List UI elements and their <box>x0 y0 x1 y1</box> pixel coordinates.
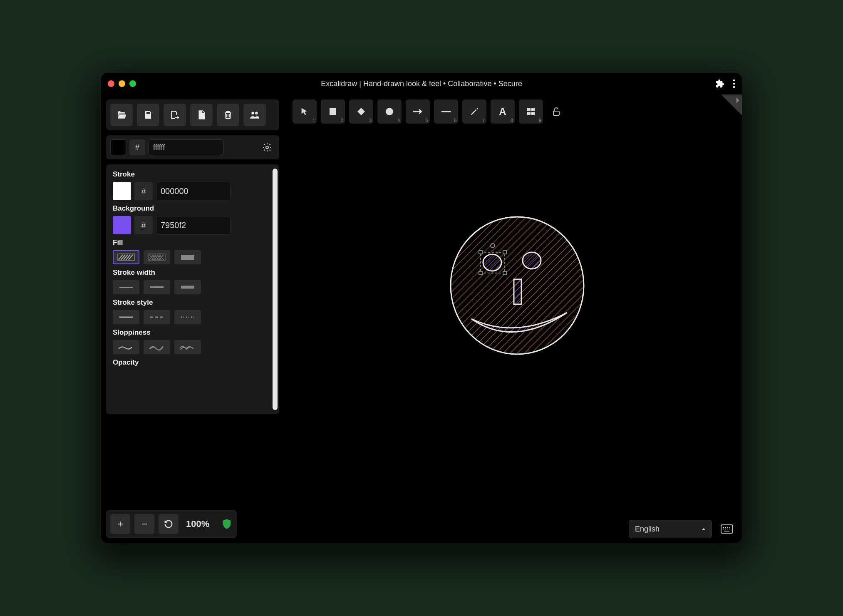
stroke-width-medium-option[interactable] <box>144 280 170 294</box>
background-label: Background <box>113 204 273 213</box>
properties-scrollbar[interactable] <box>273 169 278 410</box>
stroke-style-label: Stroke style <box>113 298 273 307</box>
zoom-reset-button[interactable] <box>159 514 179 534</box>
left-panel: # Stroke # Background # <box>101 94 284 543</box>
export-button[interactable] <box>190 104 213 126</box>
clear-canvas-button[interactable] <box>217 104 239 126</box>
fill-solid-option[interactable] <box>174 250 201 264</box>
svg-rect-37 <box>721 525 733 533</box>
element-properties-panel: Stroke # Background # Fill <box>106 164 279 414</box>
fill-hachure-option[interactable] <box>113 250 139 264</box>
stroke-width-thin-option[interactable] <box>113 280 139 294</box>
app-body: # Stroke # Background # <box>101 94 742 543</box>
page-title: Excalidraw | Hand-drawn look & feel • Co… <box>321 79 522 88</box>
hash-label: # <box>134 182 153 200</box>
svg-rect-8 <box>181 255 194 260</box>
collaborate-button[interactable] <box>243 104 266 126</box>
hash-label: # <box>129 139 145 155</box>
background-hex-input[interactable] <box>156 216 231 234</box>
save-button[interactable] <box>137 104 159 126</box>
stroke-style-dotted-option[interactable] <box>174 310 201 324</box>
sloppiness-architect-option[interactable] <box>113 340 139 354</box>
svg-rect-35 <box>503 271 506 275</box>
stroke-width-thick-option[interactable] <box>174 280 201 294</box>
open-button[interactable] <box>110 104 133 126</box>
sloppiness-cartoonist-option[interactable] <box>174 340 201 354</box>
stroke-style-solid-option[interactable] <box>113 310 139 324</box>
settings-button[interactable] <box>259 139 275 155</box>
canvas-bg-hex-input[interactable] <box>149 139 223 155</box>
svg-point-3 <box>251 112 254 114</box>
svg-point-5 <box>266 146 268 149</box>
svg-rect-34 <box>479 271 482 275</box>
stroke-hex-input[interactable] <box>156 182 231 200</box>
svg-point-29 <box>523 252 541 269</box>
drawing-canvas[interactable] <box>284 94 742 543</box>
svg-rect-32 <box>479 251 482 254</box>
language-select[interactable]: English <box>629 520 712 538</box>
svg-point-2 <box>733 86 735 88</box>
zoom-in-button[interactable]: + <box>110 514 130 534</box>
opacity-label: Opacity <box>113 358 273 367</box>
zoom-controls: + − 100% <box>106 510 237 538</box>
sloppiness-artist-option[interactable] <box>144 340 170 354</box>
save-as-button[interactable] <box>164 104 186 126</box>
window-controls <box>108 80 136 87</box>
svg-point-28 <box>483 254 501 271</box>
svg-point-0 <box>733 79 735 81</box>
stroke-width-label: Stroke width <box>113 268 273 277</box>
svg-rect-30 <box>514 279 521 304</box>
stroke-label: Stroke <box>113 170 273 179</box>
stroke-style-dashed-option[interactable] <box>144 310 170 324</box>
canvas-background-row: # <box>106 135 279 159</box>
stroke-color-swatch[interactable] <box>113 182 131 200</box>
maximize-window-button[interactable] <box>129 80 136 87</box>
zoom-level[interactable]: 100% <box>183 519 213 529</box>
browser-menu-icon[interactable] <box>733 79 735 88</box>
minimize-window-button[interactable] <box>119 80 125 87</box>
sloppiness-label: Sloppiness <box>113 328 273 337</box>
app-window: Excalidraw | Hand-drawn look & feel • Co… <box>101 73 742 543</box>
svg-point-4 <box>255 112 258 114</box>
chevron-up-icon <box>701 527 707 531</box>
keyboard-shortcuts-button[interactable] <box>717 520 737 538</box>
encryption-shield-icon[interactable] <box>221 518 233 530</box>
fill-crosshatch-option[interactable] <box>144 250 170 264</box>
extensions-icon[interactable] <box>715 79 724 88</box>
language-selected: English <box>635 525 660 534</box>
fill-label: Fill <box>113 238 273 247</box>
svg-rect-33 <box>503 251 506 254</box>
close-window-button[interactable] <box>108 80 114 87</box>
hash-label: # <box>134 216 153 234</box>
titlebar: Excalidraw | Hand-drawn look & feel • Co… <box>101 73 742 94</box>
svg-point-1 <box>733 83 735 84</box>
background-color-swatch[interactable] <box>113 216 131 234</box>
file-toolbar <box>106 99 279 130</box>
zoom-out-button[interactable]: − <box>134 514 154 534</box>
canvas-bg-swatch[interactable] <box>110 139 126 155</box>
footer-right: English <box>629 520 737 538</box>
